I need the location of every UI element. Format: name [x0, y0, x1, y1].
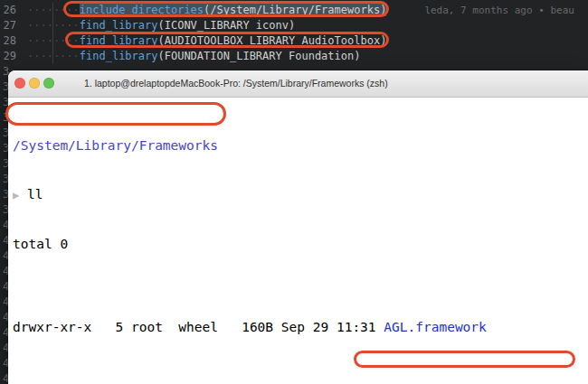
cmake-arguments: (FOUNDATION_LIBRARY Foundation) — [158, 50, 361, 62]
cmake-code-lines: 26········include_directories(/System/Li… — [0, 3, 588, 64]
cmake-function-name: include_directories — [80, 4, 204, 16]
directory-listing: drwxr-xr-x 5 root wheel 160B Sep 29 11:3… — [13, 286, 588, 384]
terminal-titlebar[interactable]: 1. laptop@drelaptopdeMacBook-Pro: /Syste… — [8, 70, 588, 98]
whitespace-dots: ········ — [27, 34, 80, 47]
git-blame-annotation: leda, 7 months ago • beau — [386, 5, 574, 16]
prompt-path: /System/Library/Frameworks — [13, 137, 588, 154]
window-title: 1. laptop@drelaptopdeMacBook-Pro: /Syste… — [84, 70, 388, 97]
code-line[interactable]: 29········find_library(FOUNDATION_LIBRAR… — [0, 49, 588, 64]
minimize-button[interactable] — [29, 78, 40, 89]
whitespace-dots: ········ — [27, 19, 80, 32]
cmake-statement: find_library(ICONV_LIBRARY iconv) — [80, 19, 295, 32]
cmake-statement: find_library(FOUNDATION_LIBRARY Foundati… — [80, 50, 361, 62]
cmake-function-name: find_library — [80, 50, 158, 62]
zoom-button[interactable] — [43, 78, 54, 89]
cmake-statement: include_directories(/System/Library/Fram… — [80, 4, 387, 16]
terminal-window: 1. laptop@drelaptopdeMacBook-Pro: /Syste… — [8, 70, 588, 384]
whitespace-dots: ········ — [27, 4, 80, 16]
line-number: 29 — [0, 49, 16, 64]
cmake-function-name: find_library — [80, 34, 158, 47]
file-meta: drwxr-xr-x 5 root wheel 160B Sep 29 11:3… — [13, 320, 384, 334]
cmake-arguments: (AUDIOTOOLBOX_LIBRARY AudioToolbox) — [158, 34, 387, 47]
code-line[interactable]: 27········find_library(ICONV_LIBRARY ico… — [0, 18, 588, 33]
terminal-output-area[interactable]: /System/Library/Frameworks ▶ ll total 0 … — [8, 98, 588, 384]
table-row: drwxr-xr-x 5 root wheel 160B Sep 29 11:3… — [13, 319, 588, 335]
cmake-arguments: (/System/Library/Frameworks) — [204, 4, 386, 16]
close-button[interactable] — [14, 78, 25, 89]
total-line: total 0 — [13, 236, 588, 252]
cmake-arguments: (ICONV_LIBRARY iconv) — [158, 19, 296, 32]
line-number: 28 — [0, 33, 16, 49]
code-line[interactable]: 26········include_directories(/System/Li… — [0, 3, 588, 18]
cmake-statement: find_library(AUDIOTOOLBOX_LIBRARY AudioT… — [80, 34, 387, 47]
command-line: ▶ ll — [13, 186, 588, 202]
line-number: 27 — [0, 18, 16, 33]
typed-command: ll — [19, 187, 43, 201]
framework-name: AGL.framework — [384, 320, 487, 334]
code-line[interactable]: 28········find_library(AUDIOTOOLBOX_LIBR… — [0, 33, 588, 49]
cmake-function-name: find_library — [80, 19, 158, 32]
line-number: 26 — [0, 3, 16, 18]
whitespace-dots: ········ — [27, 50, 80, 62]
